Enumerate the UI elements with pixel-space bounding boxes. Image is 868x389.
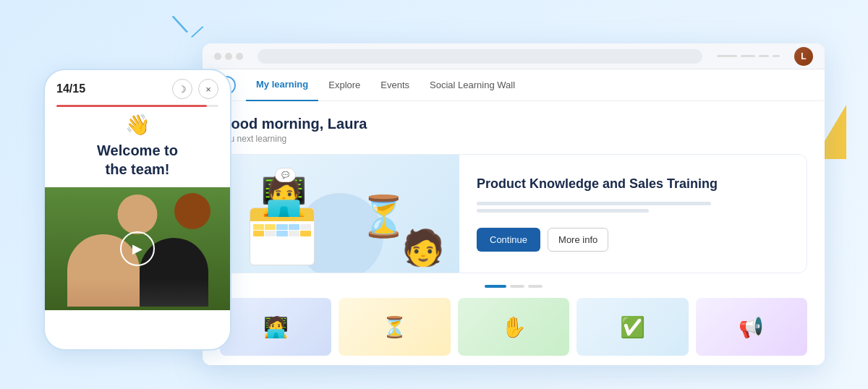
phone-counter: 14/15 bbox=[56, 82, 85, 95]
nav-line4 bbox=[773, 55, 780, 57]
play-button[interactable]: ▶ bbox=[120, 231, 155, 266]
progress-line-1 bbox=[477, 202, 711, 205]
browser-dot-green bbox=[236, 53, 243, 60]
speech-bubble: 💬 bbox=[275, 168, 296, 182]
phone-play-overlay[interactable]: ▶ bbox=[45, 187, 230, 310]
browser-dot-red bbox=[214, 53, 221, 60]
thumbnail-4[interactable]: ✅ bbox=[576, 298, 688, 356]
continue-button[interactable]: Continue bbox=[477, 228, 540, 252]
cal-cell bbox=[300, 231, 311, 236]
thumbnail-2[interactable]: ⏳ bbox=[339, 298, 450, 356]
cal-cell bbox=[253, 231, 264, 236]
hero-card: 🧑‍💻 ⏳ 🧑 💬 Product Knowledge and Sales Tr… bbox=[220, 154, 807, 273]
hero-card-title: Product Knowledge and Sales Training bbox=[477, 176, 789, 192]
phone-mockup: 14/15 ☽ × 👋 Welcome to the team! bbox=[43, 69, 231, 351]
moon-button[interactable]: ☽ bbox=[172, 79, 192, 99]
browser-dot-yellow bbox=[225, 53, 232, 60]
browser-url-bar[interactable] bbox=[258, 49, 702, 64]
thumbnail-1[interactable]: 🧑‍💻 bbox=[220, 298, 331, 356]
nav-line3 bbox=[759, 55, 769, 57]
phone-title: Welcome to the team! bbox=[45, 141, 230, 179]
nav-events[interactable]: Events bbox=[370, 69, 420, 101]
thumb2-icon: ⏳ bbox=[382, 315, 407, 339]
thumb3-icon: ✋ bbox=[501, 315, 527, 339]
nav-my-learning[interactable]: My learning bbox=[246, 69, 318, 101]
phone-header: 14/15 ☽ × bbox=[45, 70, 230, 105]
hero-buttons: Continue More info bbox=[477, 228, 789, 252]
thumb5-icon: 📢 bbox=[739, 315, 764, 339]
thumbnail-5[interactable]: 📢 bbox=[696, 298, 807, 356]
phone-progress-fill bbox=[56, 105, 207, 107]
phone-wave-emoji: 👋 bbox=[45, 113, 230, 137]
user-avatar[interactable]: L bbox=[794, 47, 813, 66]
phone-progress-bar bbox=[56, 105, 218, 107]
browser-nav: My learning Explore Events Social Learni… bbox=[203, 69, 825, 101]
phone-image-area: ▶ bbox=[45, 187, 230, 310]
cal-cell bbox=[300, 224, 311, 230]
dot-3 bbox=[528, 285, 542, 288]
cal-cell bbox=[276, 231, 287, 236]
nav-explore[interactable]: Explore bbox=[318, 69, 370, 101]
hero-info: Product Knowledge and Sales Training Con… bbox=[459, 155, 807, 273]
hero-scroll-dots bbox=[220, 285, 807, 288]
scene: ╲ ╱ 14/15 ☽ × 👋 Welcome to the team! bbox=[0, 0, 868, 389]
thumb4-icon: ✅ bbox=[620, 315, 645, 339]
deco-sparkle2: ╱ bbox=[192, 25, 203, 40]
person-standing-icon: 🧑 bbox=[401, 231, 445, 265]
thumbnail-3[interactable]: ✋ bbox=[458, 298, 569, 356]
phone-icon-group: ☽ × bbox=[172, 79, 218, 99]
close-icon: × bbox=[205, 84, 211, 95]
cal-cell bbox=[276, 224, 287, 230]
nav-line2 bbox=[741, 55, 755, 57]
browser-main-content: Good morning, Laura You next learning bbox=[203, 101, 825, 365]
browser-titlebar: L bbox=[203, 43, 825, 69]
more-info-button[interactable]: More info bbox=[548, 228, 608, 252]
cal-cell bbox=[265, 231, 276, 236]
deco-sparkle1: ╲ bbox=[173, 15, 187, 35]
cal-cell bbox=[289, 231, 299, 236]
cal-cell bbox=[289, 224, 299, 230]
greeting-title: Good morning, Laura bbox=[220, 116, 807, 132]
cal-cell bbox=[253, 224, 264, 230]
close-button[interactable]: × bbox=[198, 79, 218, 99]
browser-mockup: L My learning Explore Events Social Lear… bbox=[203, 43, 825, 365]
hero-illustration: 🧑‍💻 ⏳ 🧑 💬 bbox=[221, 155, 459, 273]
course-thumbnails-row: 🧑‍💻 ⏳ ✋ ✅ 📢 bbox=[220, 298, 807, 356]
thumb1-icon: 🧑‍💻 bbox=[263, 315, 289, 339]
illus-cal-grid bbox=[250, 221, 314, 239]
person-sitting-icon: 🧑‍💻 bbox=[260, 177, 307, 215]
browser-window-controls bbox=[214, 53, 243, 60]
nav-line1 bbox=[717, 55, 737, 57]
dot-active bbox=[485, 285, 506, 288]
hero-progress-bars bbox=[477, 202, 789, 216]
moon-icon: ☽ bbox=[178, 84, 187, 95]
play-icon: ▶ bbox=[132, 241, 142, 257]
cal-cell bbox=[265, 224, 276, 230]
nav-social-wall[interactable]: Social Learning Wall bbox=[420, 69, 525, 101]
browser-nav-lines bbox=[717, 55, 780, 57]
dot-2 bbox=[510, 285, 524, 288]
progress-line-2 bbox=[477, 209, 649, 213]
greeting-subtitle: You next learning bbox=[220, 134, 807, 144]
